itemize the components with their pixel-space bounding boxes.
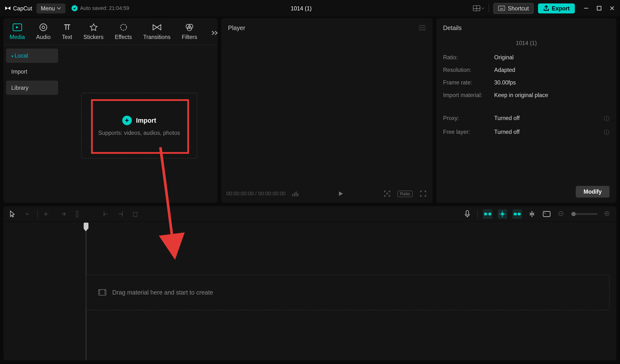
tab-filters[interactable]: Filters bbox=[181, 21, 198, 45]
player-menu-button[interactable] bbox=[419, 25, 426, 30]
tab-transitions[interactable]: Transitions bbox=[142, 21, 171, 45]
player-title: Player bbox=[228, 24, 245, 31]
details-panel: Details 1014 (1) Ratio: Original Resolut… bbox=[436, 18, 617, 203]
text-icon bbox=[62, 23, 72, 32]
layout-button[interactable] bbox=[473, 3, 485, 13]
svg-rect-26 bbox=[76, 211, 78, 217]
link-button[interactable] bbox=[512, 209, 522, 219]
svg-rect-24 bbox=[297, 193, 298, 196]
pointer-tool[interactable] bbox=[8, 209, 17, 219]
titlebar: CapCut Menu Auto saved: 21:04:59 1014 (1… bbox=[0, 0, 620, 16]
svg-rect-8 bbox=[500, 9, 504, 9]
player-canvas[interactable] bbox=[221, 37, 433, 185]
import-dropzone[interactable]: + Import Supports: videos, audios, photo… bbox=[81, 93, 197, 159]
svg-point-13 bbox=[42, 26, 45, 29]
tab-media[interactable]: Media bbox=[9, 21, 26, 45]
playhead-handle[interactable] bbox=[84, 223, 88, 229]
svg-rect-21 bbox=[292, 194, 293, 196]
tab-effects[interactable]: Effects bbox=[114, 21, 133, 45]
sidebar-item-local[interactable]: Local bbox=[6, 48, 58, 63]
zoom-slider[interactable] bbox=[571, 213, 597, 215]
split-button[interactable] bbox=[72, 209, 82, 219]
media-panel: Media Audio Text Stickers Effects bbox=[3, 18, 217, 203]
timeline-body[interactable]: Drag material here and start to create bbox=[3, 222, 616, 360]
separator bbox=[37, 210, 38, 218]
time-display: 00:00:00:00 / 00:00:00:00 bbox=[226, 191, 286, 197]
play-button[interactable] bbox=[336, 189, 345, 198]
svg-point-5 bbox=[501, 7, 501, 7]
zoom-slider-handle[interactable] bbox=[571, 212, 576, 216]
tab-text[interactable]: Text bbox=[61, 21, 73, 45]
trim-left-button[interactable] bbox=[101, 209, 110, 219]
player-controls: 00:00:00:00 / 00:00:00:00 Ratio bbox=[221, 185, 433, 203]
export-button[interactable]: Export bbox=[538, 3, 575, 13]
auto-snap-button[interactable] bbox=[498, 209, 507, 219]
audio-icon bbox=[39, 23, 48, 32]
media-icon bbox=[12, 23, 22, 32]
menu-icon bbox=[419, 25, 426, 30]
zoom-in-icon bbox=[604, 211, 610, 217]
tab-audio[interactable]: Audio bbox=[35, 21, 52, 45]
sidebar-item-library[interactable]: Library bbox=[6, 81, 58, 95]
trim-right-icon bbox=[117, 210, 124, 217]
delete-icon bbox=[132, 210, 138, 217]
tab-stickers[interactable]: Stickers bbox=[83, 21, 104, 45]
detail-row-import-material: Import material: Keep in original place bbox=[443, 92, 609, 98]
info-icon[interactable]: ⓘ bbox=[604, 115, 609, 122]
chevron-double-right-icon bbox=[211, 30, 217, 35]
detail-row-resolution: Resolution: Adapted bbox=[443, 67, 609, 73]
fullscreen-button[interactable] bbox=[419, 189, 427, 198]
more-tabs-button[interactable] bbox=[208, 27, 218, 39]
ratio-button[interactable]: Ratio bbox=[397, 190, 413, 197]
pointer-dropdown[interactable] bbox=[23, 209, 32, 219]
redo-icon bbox=[59, 211, 66, 217]
split-icon bbox=[74, 210, 80, 217]
detail-row-framerate: Frame rate: 30.00fps bbox=[443, 79, 609, 86]
detail-row-proxy: Proxy: Turned off ⓘ bbox=[443, 115, 609, 122]
effects-icon bbox=[119, 23, 128, 32]
preview-button[interactable] bbox=[542, 209, 551, 219]
close-button[interactable] bbox=[609, 5, 616, 12]
svg-rect-38 bbox=[514, 212, 517, 215]
mic-button[interactable] bbox=[463, 209, 472, 219]
svg-point-32 bbox=[487, 213, 488, 214]
maximize-button[interactable] bbox=[596, 5, 603, 12]
redo-button[interactable] bbox=[58, 209, 67, 219]
stickers-icon bbox=[89, 23, 98, 32]
delete-button[interactable] bbox=[131, 209, 140, 219]
magnet-main-button[interactable] bbox=[483, 209, 492, 219]
media-tabs: Media Audio Text Stickers Effects bbox=[3, 18, 217, 45]
shortcut-button[interactable]: Shortcut bbox=[494, 3, 534, 14]
undo-icon bbox=[44, 211, 51, 217]
play-icon bbox=[338, 191, 344, 197]
align-icon bbox=[528, 211, 535, 217]
separator bbox=[477, 210, 478, 218]
filters-icon bbox=[185, 23, 194, 32]
modify-button[interactable]: Modify bbox=[576, 186, 609, 197]
export-icon bbox=[543, 5, 549, 11]
svg-point-14 bbox=[120, 24, 126, 30]
svg-point-6 bbox=[502, 7, 502, 7]
svg-point-42 bbox=[544, 212, 545, 213]
volume-bars-icon[interactable] bbox=[292, 191, 299, 197]
close-icon bbox=[610, 6, 615, 11]
detail-row-ratio: Ratio: Original bbox=[443, 54, 609, 61]
menu-button[interactable]: Menu bbox=[36, 3, 65, 13]
focus-button[interactable] bbox=[383, 189, 391, 198]
info-icon[interactable]: ⓘ bbox=[604, 129, 609, 136]
undo-button[interactable] bbox=[43, 209, 52, 219]
zoom-in-button[interactable] bbox=[603, 209, 612, 219]
mic-icon bbox=[464, 210, 470, 218]
trim-right-button[interactable] bbox=[116, 209, 125, 219]
sidebar-item-import[interactable]: Import bbox=[6, 65, 58, 79]
minimize-button[interactable] bbox=[583, 5, 590, 12]
timeline-toolbar bbox=[3, 206, 616, 222]
zoom-out-icon bbox=[558, 211, 565, 217]
timeline-dropzone[interactable]: Drag material here and start to create bbox=[86, 275, 609, 310]
svg-rect-23 bbox=[295, 191, 296, 196]
timeline-panel: Drag material here and start to create bbox=[3, 206, 616, 360]
align-button[interactable] bbox=[527, 209, 537, 219]
svg-rect-10 bbox=[597, 6, 601, 10]
capcut-logo-icon bbox=[4, 5, 11, 12]
zoom-out-button[interactable] bbox=[557, 209, 566, 219]
